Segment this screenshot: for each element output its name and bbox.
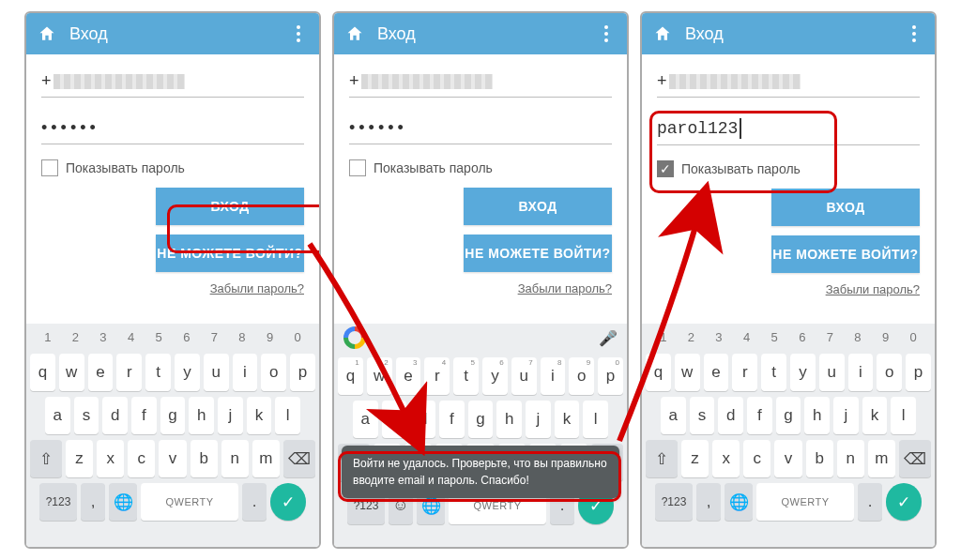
symbols-key: ?123 xyxy=(655,483,693,521)
symbols-key: ?123 xyxy=(39,483,77,521)
phone-screen-2: Вход + •••••• Показывать пароль ВХОД НЕ … xyxy=(332,11,629,549)
enter-key: ✓ xyxy=(886,483,922,521)
page-title: Вход xyxy=(377,24,595,44)
error-toast: Войти не удалось. Проверьте, что вы прав… xyxy=(342,446,619,498)
phone-field[interactable]: + xyxy=(41,66,304,98)
show-password-label: Показывать пароль xyxy=(681,161,801,176)
phone-screen-1: Вход + •••••• Показывать пароль ВХОД НЕ … xyxy=(24,11,321,549)
app-bar: Вход xyxy=(26,13,319,54)
forgot-password-link[interactable]: Забыли пароль? xyxy=(657,282,920,296)
checkbox-checked-icon: ✓ xyxy=(657,160,674,177)
shift-key: ⇧ xyxy=(646,440,678,477)
backspace-key: ⌫ xyxy=(899,440,931,477)
shift-key: ⇧ xyxy=(30,440,62,477)
password-field[interactable]: parol123 xyxy=(657,113,920,145)
redacted-phone xyxy=(669,74,801,89)
password-field[interactable]: •••••• xyxy=(41,113,304,144)
google-icon[interactable] xyxy=(343,326,366,349)
overflow-menu-icon[interactable] xyxy=(287,23,310,45)
space-key: QWERTY xyxy=(141,483,238,521)
overflow-menu-icon[interactable] xyxy=(595,23,618,45)
redacted-phone xyxy=(53,74,185,89)
show-password-checkbox[interactable]: ✓ Показывать пароль xyxy=(657,160,920,177)
page-title: Вход xyxy=(685,24,903,44)
backspace-key: ⌫ xyxy=(283,440,315,477)
login-button[interactable]: ВХОД xyxy=(771,189,920,226)
login-form: + parol123 ✓ Показывать пароль ВХОД НЕ М… xyxy=(642,54,935,296)
globe-key: 🌐 xyxy=(725,483,753,521)
home-icon[interactable] xyxy=(343,23,366,45)
cant-login-button[interactable]: НЕ МОЖЕТЕ ВОЙТИ? xyxy=(156,235,304,272)
space-key: QWERTY xyxy=(756,483,854,521)
forgot-password-link[interactable]: Забыли пароль? xyxy=(349,281,612,295)
show-password-checkbox[interactable]: Показывать пароль xyxy=(41,159,304,176)
show-password-checkbox[interactable]: Показывать пароль xyxy=(349,159,612,176)
phone-field[interactable]: + xyxy=(657,66,920,98)
app-bar: Вход xyxy=(334,13,627,54)
mic-icon[interactable]: 🎤 xyxy=(599,329,618,347)
show-password-label: Показывать пароль xyxy=(374,160,493,175)
login-form: + •••••• Показывать пароль ВХОД НЕ МОЖЕТ… xyxy=(334,54,627,295)
password-field[interactable]: •••••• xyxy=(349,113,612,144)
page-title: Вход xyxy=(69,24,287,44)
forgot-password-link[interactable]: Забыли пароль? xyxy=(41,281,304,295)
checkbox-unchecked-icon xyxy=(349,159,366,176)
app-bar: Вход xyxy=(642,13,935,54)
checkbox-unchecked-icon xyxy=(41,159,58,176)
overflow-menu-icon[interactable] xyxy=(903,23,925,45)
home-icon[interactable] xyxy=(651,23,674,45)
soft-keyboard[interactable]: 1234567890 qwertyuiop asdfghjkl ⇧zxcvbnm… xyxy=(26,324,319,547)
enter-key: ✓ xyxy=(270,483,306,521)
show-password-label: Показывать пароль xyxy=(66,160,185,175)
home-icon[interactable] xyxy=(36,23,58,45)
phone-screen-3: Вход + parol123 ✓ Показывать пароль ВХОД… xyxy=(640,11,937,549)
phone-field[interactable]: + xyxy=(349,66,612,98)
login-button[interactable]: ВХОД xyxy=(464,188,612,225)
globe-key: 🌐 xyxy=(109,483,137,521)
cant-login-button[interactable]: НЕ МОЖЕТЕ ВОЙТИ? xyxy=(771,235,920,273)
soft-keyboard[interactable]: 1234567890 qwertyuiop asdfghjkl ⇧zxcvbnm… xyxy=(642,324,935,547)
login-form: + •••••• Показывать пароль ВХОД НЕ МОЖЕТ… xyxy=(26,54,319,295)
login-button[interactable]: ВХОД xyxy=(156,188,304,225)
cant-login-button[interactable]: НЕ МОЖЕТЕ ВОЙТИ? xyxy=(464,235,612,272)
redacted-phone xyxy=(361,74,493,89)
soft-keyboard[interactable]: 🎤 q1w2e3r4t5y6u7i8o9p0 asdfghjkl ⇧zxcvbn… xyxy=(334,324,627,547)
